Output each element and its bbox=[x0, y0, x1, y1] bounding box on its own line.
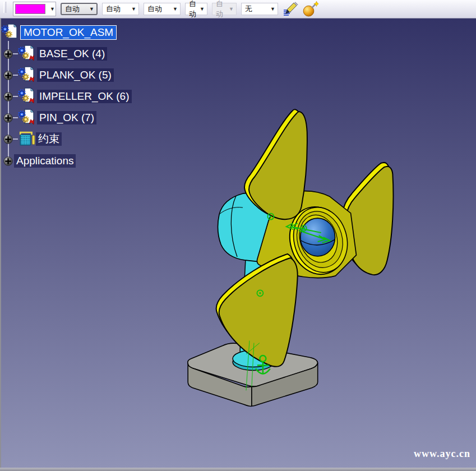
combo-value: 自动 bbox=[65, 4, 80, 14]
tree-connector bbox=[13, 138, 18, 140]
combo-value: 自动 bbox=[147, 4, 162, 14]
painter-icon[interactable] bbox=[283, 2, 298, 16]
constraints-icon[interactable] bbox=[18, 131, 35, 147]
tree-item-applications[interactable]: Applications bbox=[1, 151, 76, 170]
watermark: www.ayc.cn bbox=[414, 448, 470, 460]
combo-value: 自动 bbox=[216, 0, 225, 19]
expand-plus-icon[interactable] bbox=[3, 49, 13, 59]
tree-item-label[interactable]: BASE_OK (4) bbox=[37, 47, 107, 61]
tree-item-label[interactable]: IMPELLER_OK (6) bbox=[37, 90, 132, 103]
chevron-down-icon[interactable]: ▼ bbox=[50, 6, 55, 12]
part-icon[interactable] bbox=[18, 87, 36, 105]
viewport-3d[interactable]: MOTOR_OK_ASM BASE_OK (4) PLANK_OK (5) IM… bbox=[0, 19, 476, 468]
tree-item-impeller[interactable]: IMPELLER_OK (6) bbox=[1, 87, 132, 106]
part-icon[interactable] bbox=[18, 45, 36, 63]
part-icon[interactable] bbox=[18, 109, 36, 127]
expand-plus-icon[interactable] bbox=[3, 113, 13, 123]
expand-plus-icon[interactable] bbox=[3, 135, 13, 144]
combo-layer[interactable]: 无 ▼ bbox=[241, 3, 278, 15]
color-picker[interactable]: ▼ bbox=[13, 2, 56, 16]
tree-item-label[interactable]: PIN_OK (7) bbox=[37, 111, 96, 124]
tree-connector bbox=[13, 117, 18, 118]
tree-item-label[interactable]: PLANK_OK (5) bbox=[37, 68, 114, 82]
catia-window: ▼ 自动 ▼ 自动 ▼ 自动 ▼ 自动 ▼ 自动 ▼ 无 ▼ bbox=[0, 0, 476, 471]
chevron-down-icon: ▼ bbox=[200, 6, 205, 12]
tree-item-label[interactable]: MOTOR_OK_ASM bbox=[20, 25, 117, 40]
tree-item-root[interactable]: MOTOR_OK_ASM bbox=[1, 23, 117, 42]
combo-value: 自动 bbox=[106, 4, 121, 14]
window-bottom-edge bbox=[0, 468, 476, 471]
product-icon[interactable] bbox=[1, 24, 19, 41]
chevron-down-icon: ▼ bbox=[270, 6, 275, 12]
tree-item-label[interactable]: 约束 bbox=[36, 132, 62, 146]
combo-linetype[interactable]: 自动 ▼ bbox=[61, 3, 98, 15]
tree-connector bbox=[13, 53, 18, 54]
wizard-icon[interactable] bbox=[303, 2, 318, 16]
chevron-down-icon: ▼ bbox=[229, 6, 234, 12]
combo-value: 无 bbox=[245, 4, 252, 14]
combo-symbol[interactable]: 自动 ▼ bbox=[144, 3, 181, 15]
tree-item-constraints[interactable]: 约束 bbox=[1, 130, 62, 149]
tree-item-label[interactable]: Applications bbox=[14, 154, 76, 168]
combo-value: 自动 bbox=[189, 0, 196, 19]
tree-connector bbox=[13, 96, 18, 97]
combo-thickness[interactable]: 自动 ▼ bbox=[102, 3, 139, 15]
expand-plus-icon[interactable] bbox=[3, 92, 13, 101]
tree-item-pin[interactable]: PIN_OK (7) bbox=[1, 108, 96, 127]
combo-render-style[interactable]: 自动 ▼ bbox=[185, 3, 207, 15]
part-icon[interactable] bbox=[18, 66, 36, 84]
chevron-down-icon: ▼ bbox=[131, 6, 136, 12]
fan-blade-top[interactable] bbox=[244, 109, 307, 219]
toolbar-grip[interactable] bbox=[3, 2, 6, 13]
color-swatch bbox=[15, 4, 45, 14]
tree-item-plank[interactable]: PLANK_OK (5) bbox=[1, 66, 114, 85]
expand-plus-icon[interactable] bbox=[3, 71, 13, 80]
chevron-down-icon: ▼ bbox=[173, 6, 178, 12]
tree-item-base[interactable]: BASE_OK (4) bbox=[1, 44, 107, 63]
specification-tree: MOTOR_OK_ASM BASE_OK (4) PLANK_OK (5) IM… bbox=[1, 19, 181, 176]
expand-plus-icon[interactable] bbox=[3, 156, 13, 166]
graphic-properties-toolbar: ▼ 自动 ▼ 自动 ▼ 自动 ▼ 自动 ▼ 自动 ▼ 无 ▼ bbox=[0, 0, 476, 19]
tree-connector bbox=[13, 75, 18, 76]
chevron-down-icon: ▼ bbox=[89, 6, 94, 12]
combo-disabled: 自动 ▼ bbox=[212, 3, 237, 15]
